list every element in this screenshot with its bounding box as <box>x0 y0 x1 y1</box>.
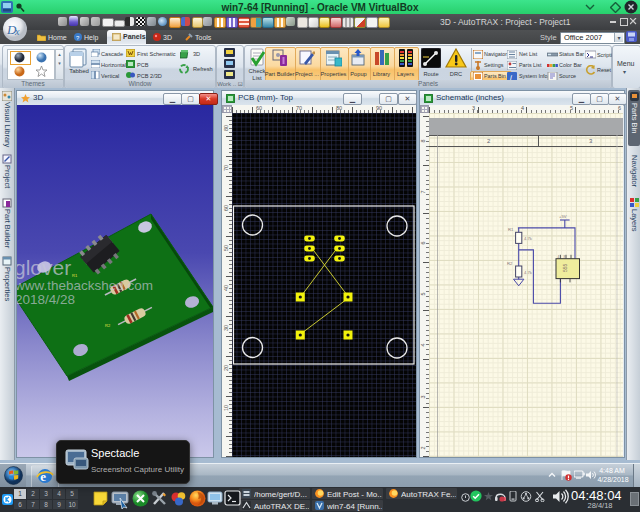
svg-text:R2: R2 <box>507 261 513 266</box>
svg-text:2018/4/28: 2018/4/28 <box>17 292 75 307</box>
svg-text:R1: R1 <box>508 227 514 232</box>
svg-text:www.thebackshed.com: www.thebackshed.com <box>17 278 153 293</box>
svg-text:4.7k: 4.7k <box>524 270 533 275</box>
svg-text:x: x <box>14 26 20 37</box>
svg-text:R2: R2 <box>105 323 111 328</box>
svg-text:+5V: +5V <box>559 214 567 219</box>
svg-text:8: 8 <box>564 255 566 259</box>
svg-text:4: 4 <box>558 255 560 259</box>
svg-text:4.7k: 4.7k <box>524 236 533 241</box>
svg-text:e: e <box>40 469 46 484</box>
svg-text:glover: glover <box>17 256 71 279</box>
svg-text:555: 555 <box>562 263 568 272</box>
